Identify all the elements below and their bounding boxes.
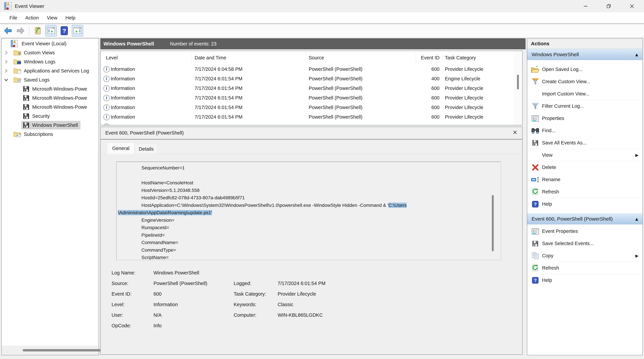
chevron-right-icon[interactable]: [4, 60, 8, 64]
menu-view[interactable]: View: [43, 12, 61, 24]
menu-file[interactable]: File: [5, 12, 21, 24]
action-delete[interactable]: Delete: [527, 161, 642, 174]
keywords-label: Keywords:: [234, 299, 256, 310]
event-id: 600: [416, 112, 440, 122]
action-create-custom-view[interactable]: Create Custom View...: [527, 76, 642, 88]
event-source: PowerShell (PowerShell): [309, 64, 362, 74]
back-icon[interactable]: [3, 26, 13, 36]
actions-panel: Actions Windows PowerShell ▲ Open Saved …: [527, 38, 643, 355]
tree-horizontal-scrollbar[interactable]: [2, 346, 99, 355]
chevron-down-icon[interactable]: [4, 78, 8, 82]
action-open-saved-log[interactable]: Open Saved Log...: [527, 63, 642, 76]
minimize-button[interactable]: [574, 0, 597, 12]
action-refresh[interactable]: Refresh: [527, 186, 642, 198]
show-console-tree-icon[interactable]: [45, 25, 57, 36]
logged-label: Logged:: [234, 278, 251, 289]
action-rename[interactable]: Rename: [527, 174, 642, 186]
refresh-icon: [530, 188, 540, 196]
event-level: Information: [111, 103, 135, 112]
tree-node-label: Windows PowerShell: [32, 122, 78, 128]
tree-node-event-viewer-local[interactable]: Event Viewer (Local): [2, 39, 99, 48]
event-description-box[interactable]: SequenceNumber=1 HostName=ConsoleHost Ho…: [116, 162, 501, 260]
tab-details[interactable]: Details: [135, 144, 158, 154]
event-source: PowerShell (PowerShell): [309, 112, 362, 122]
svg-text:?: ?: [534, 202, 537, 207]
event-id: 600: [416, 93, 440, 103]
tree-node-saved-log-file[interactable]: Microsoft-Windows-Powe: [2, 102, 99, 112]
field-row: Source: PowerShell (PowerShell) Logged: …: [101, 278, 503, 289]
forward-icon[interactable]: [16, 26, 26, 36]
action-import-custom-view[interactable]: Import Custom View...: [527, 88, 642, 100]
tree-node-windows-logs[interactable]: Windows Logs: [2, 57, 99, 66]
event-row[interactable]: i Information 7/17/2024 6:04:58 PM Power…: [101, 64, 522, 74]
event-row[interactable]: i Information 7/17/2024 6:01:54 PM Power…: [101, 93, 522, 103]
create-filter-icon: [530, 78, 540, 86]
event-row-partial[interactable]: i: [101, 122, 522, 125]
action-event-properties[interactable]: Event Properties: [527, 225, 642, 238]
chevron-right-icon[interactable]: [4, 68, 8, 73]
event-list: Level Date and Time Source Event ID Task…: [100, 51, 522, 125]
event-row[interactable]: i Information 7/17/2024 6:01:54 PM Power…: [101, 103, 522, 112]
action-help[interactable]: ? Help: [527, 198, 642, 210]
help-toolbar-icon[interactable]: ?: [59, 26, 70, 36]
action-help-event[interactable]: ? Help: [527, 274, 642, 286]
action-label: Filter Current Log...: [542, 103, 638, 109]
column-header-source[interactable]: Source: [309, 51, 324, 64]
source-label: Source:: [112, 278, 128, 289]
restore-button[interactable]: [597, 0, 620, 12]
close-button[interactable]: [620, 0, 644, 12]
actions-section-event-600[interactable]: Event 600, PowerShell (PowerShell) ▲: [527, 214, 642, 224]
action-save-all-events-as[interactable]: Save All Events As...: [527, 137, 642, 149]
tree-node-security[interactable]: Security: [2, 112, 99, 120]
collapse-icon[interactable]: ▲: [635, 52, 638, 57]
user-value: N/A: [154, 310, 162, 320]
event-detail-panel: Event 600, PowerShell (PowerShell) Gener…: [100, 127, 522, 355]
column-header-event-id[interactable]: Event ID: [416, 51, 440, 64]
level-value: Information: [154, 299, 178, 310]
tree-node-saved-log-file[interactable]: Microsoft-Windows-Powe: [2, 84, 99, 94]
action-label: Import Custom View...: [542, 91, 638, 97]
close-detail-icon[interactable]: [513, 130, 517, 136]
tree-node-saved-log-file[interactable]: Microsoft-Windows-Powe: [2, 94, 99, 102]
action-find[interactable]: Find...: [527, 124, 642, 137]
tree-node-subscriptions[interactable]: Subscriptions: [2, 130, 99, 139]
event-viewer-app-icon: [4, 2, 12, 10]
saved-log-file-icon: [22, 112, 30, 120]
tree-node-applications-services-logs[interactable]: Applications and Services Log: [2, 66, 99, 75]
event-list-scrollbar-thumb[interactable]: [517, 75, 519, 90]
column-divider[interactable]: [191, 52, 192, 63]
tree-node-custom-views[interactable]: Custom Views: [2, 48, 99, 57]
export-log-icon[interactable]: [32, 26, 43, 36]
show-action-pane-icon[interactable]: [72, 25, 83, 36]
event-list-scrollbar[interactable]: [514, 51, 522, 125]
column-header-date[interactable]: Date and Time: [194, 51, 226, 64]
tree-node-windows-powershell[interactable]: Windows PowerShell: [2, 120, 99, 130]
action-properties[interactable]: Properties: [527, 112, 642, 124]
actions-section-windows-powershell[interactable]: Windows PowerShell ▲: [527, 49, 642, 60]
event-level: Information: [111, 74, 135, 84]
action-label: Rename: [542, 177, 638, 182]
chevron-right-icon[interactable]: [4, 50, 8, 55]
action-filter-current-log[interactable]: Filter Current Log...: [527, 100, 642, 112]
action-copy[interactable]: Copy ▶: [527, 250, 642, 262]
custom-views-folder-icon: [14, 49, 21, 56]
action-refresh-event[interactable]: Refresh: [527, 262, 642, 274]
column-header-level[interactable]: Level: [106, 51, 118, 64]
submenu-arrow-icon: ▶: [636, 254, 638, 258]
event-date: 7/17/2024 6:01:54 PM: [194, 103, 242, 112]
action-save-selected-events[interactable]: Save Selected Events...: [527, 238, 642, 250]
action-view[interactable]: View ▶: [527, 149, 642, 161]
event-task-category: Provider Lifecycle: [445, 64, 483, 74]
event-row[interactable]: i Information 7/17/2024 6:01:54 PM Power…: [101, 74, 522, 84]
event-row[interactable]: i Information 7/17/2024 6:01:54 PM Power…: [101, 112, 522, 122]
column-header-task-category[interactable]: Task Category: [445, 51, 476, 64]
menu-help[interactable]: Help: [62, 12, 80, 24]
event-id: 600: [416, 64, 440, 74]
event-row[interactable]: i Information 7/17/2024 6:01:54 PM Power…: [101, 84, 522, 93]
tab-general[interactable]: General: [107, 142, 135, 154]
tree-node-saved-logs[interactable]: Saved Logs: [2, 75, 99, 84]
menu-action[interactable]: Action: [21, 12, 43, 24]
computer-label: Computer:: [234, 310, 256, 320]
action-label: Save Selected Events...: [542, 241, 638, 246]
collapse-icon[interactable]: ▲: [635, 217, 638, 221]
